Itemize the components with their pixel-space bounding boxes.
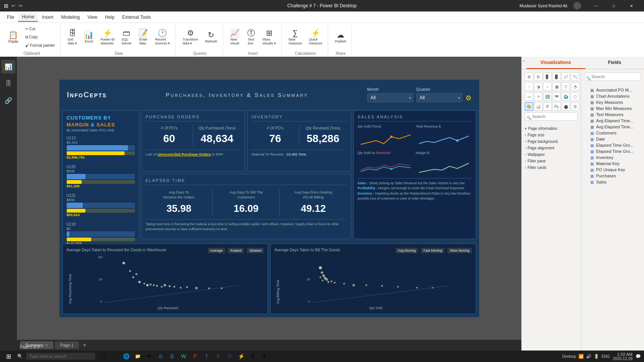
field-item-sales[interactable]: ▦ Sales bbox=[584, 179, 641, 185]
field-item-customers[interactable]: ▦ Customers bbox=[584, 130, 641, 136]
taskbar-app2-icon[interactable]: ♦ bbox=[259, 351, 269, 361]
sidebar-model-icon[interactable]: 🔗 bbox=[2, 93, 15, 107]
field-item-key-measures[interactable]: ▦ Key Measures bbox=[584, 99, 641, 105]
filter-settings-icon[interactable]: ⚙ bbox=[465, 94, 472, 102]
ribbon-copy-button[interactable]: ⧉ Copy bbox=[23, 33, 58, 41]
legend-fast-moving[interactable]: Fast Moving bbox=[421, 248, 444, 253]
viz-search-input[interactable] bbox=[525, 112, 578, 121]
legend-fastest[interactable]: Fastest bbox=[228, 248, 244, 253]
quick-measure-button[interactable]: ⚡ Quickmeasure bbox=[307, 28, 325, 47]
viz-icon-gauge[interactable]: ◔ bbox=[571, 82, 579, 91]
sidebar-data-icon[interactable]: 🗄 bbox=[2, 77, 15, 90]
sidebar-report-icon[interactable]: 📊 bbox=[2, 60, 15, 74]
legend-slowest[interactable]: Slowest bbox=[247, 248, 264, 253]
viz-icon-stacked-bar[interactable]: ▉ bbox=[552, 72, 561, 81]
excel-button[interactable]: 📊 Excel bbox=[82, 29, 96, 45]
field-item-avg-elapsed2[interactable]: ▦ Avg Elapsed Time... bbox=[584, 124, 641, 130]
field-item-max-min-measures[interactable]: ▦ Max Min Measures bbox=[584, 105, 641, 111]
viz-icon-scatter[interactable]: ⁝ bbox=[525, 82, 533, 91]
maximize-button[interactable]: □ bbox=[605, 0, 623, 11]
taskbar-powerbi-icon[interactable]: ⚡ bbox=[236, 351, 246, 361]
field-item-text-measures[interactable]: ▦ Text Measures bbox=[584, 111, 641, 118]
field-item-avg-elapsed1[interactable]: ▦ Avg Elapsed Time... bbox=[584, 118, 641, 124]
transform-data-button[interactable]: ⚙ Transformdata ▾ bbox=[180, 28, 200, 47]
ribbon-cut-button[interactable]: ✂ Cut bbox=[23, 25, 58, 33]
taskbar-teams-icon[interactable]: T bbox=[202, 351, 212, 361]
menu-insert[interactable]: Insert bbox=[38, 13, 57, 21]
viz-icon-matrix[interactable]: ⊟ bbox=[534, 72, 542, 81]
format-section-filter-cards[interactable]: › Filter cards bbox=[525, 164, 578, 171]
menu-modeling[interactable]: Modeling bbox=[57, 13, 84, 21]
taskbar-mail-icon[interactable]: ✉ bbox=[144, 351, 154, 361]
viz-icon-slicer[interactable]: 🔣 bbox=[543, 92, 552, 101]
taskbar-explorer-icon[interactable]: 📁 bbox=[133, 351, 143, 361]
text-box-button[interactable]: Ⓣ Textbox bbox=[244, 28, 258, 47]
field-item-chart-annotations[interactable]: ▦ Chart Annotations bbox=[584, 93, 641, 99]
menu-home[interactable]: Home bbox=[18, 13, 38, 22]
field-item-material-key[interactable]: ▦ Material Key bbox=[584, 161, 641, 167]
taskbar-skype-icon[interactable]: S bbox=[167, 351, 177, 361]
menu-file[interactable]: File bbox=[3, 13, 18, 21]
field-item-inventory[interactable]: ▦ Inventory bbox=[584, 154, 641, 161]
menu-help[interactable]: Help bbox=[101, 13, 118, 21]
new-visual-button[interactable]: 📈 Newvisual bbox=[228, 28, 242, 47]
viz-icon-format[interactable]: 🎨 bbox=[525, 102, 533, 111]
viz-icon-python[interactable]: Py bbox=[552, 102, 561, 111]
quick-access-undo[interactable]: ↩ bbox=[12, 3, 15, 8]
enter-data-button[interactable]: 📝 Enterdata bbox=[136, 28, 150, 47]
viz-icon-r[interactable]: R bbox=[543, 102, 552, 111]
format-section-page-info[interactable]: ▾ Page information bbox=[525, 125, 578, 132]
viz-icon-table[interactable]: ⊞ bbox=[525, 72, 533, 81]
viz-icon-line[interactable]: 📈 bbox=[562, 72, 570, 81]
format-section-page-align[interactable]: › Page alignment bbox=[525, 145, 578, 151]
refresh-button[interactable]: ↻ Refresh bbox=[203, 29, 220, 45]
field-item-date[interactable]: ▦ Date bbox=[584, 136, 641, 142]
taskbar-whatsapp-icon[interactable]: W bbox=[179, 351, 189, 361]
ribbon-paste-button[interactable]: 📋 Paste bbox=[6, 29, 21, 45]
page-tab-page1[interactable]: Page 1 bbox=[55, 341, 79, 349]
viz-icon-funnel[interactable]: ▽ bbox=[562, 82, 570, 91]
format-section-filter-pane[interactable]: › Filter pane bbox=[525, 158, 578, 164]
taskbar-task-view-icon[interactable]: ⬚ bbox=[110, 351, 120, 361]
viz-icon-shape-map[interactable]: ⬡ bbox=[571, 92, 579, 101]
close-button[interactable]: ✕ bbox=[623, 0, 640, 11]
publish-button[interactable]: ☁ Publish bbox=[333, 29, 349, 45]
taskbar-onenote-icon[interactable]: N bbox=[225, 351, 235, 361]
format-section-page-bg[interactable]: › Page background bbox=[525, 138, 578, 145]
get-data-button[interactable]: 🗄 Getdata ▾ bbox=[65, 28, 79, 47]
powerbi-datasets-button[interactable]: ⚡ Power BIdatasets bbox=[98, 28, 117, 47]
viz-icon-area[interactable]: 📉 bbox=[571, 72, 579, 81]
fields-search-input[interactable] bbox=[584, 72, 641, 81]
viz-icon-kpi[interactable]: ↗ bbox=[534, 92, 542, 101]
tab-fields[interactable]: Fields bbox=[585, 57, 644, 69]
viz-icon-card[interactable]: ▭ bbox=[525, 92, 533, 101]
menu-external-tools[interactable]: External Tools bbox=[118, 13, 155, 21]
taskbar-search-icon[interactable]: 🔍 bbox=[15, 352, 25, 361]
field-item-elapsed-time-gro2[interactable]: ▦ Elapsed Time Gro... bbox=[584, 148, 641, 154]
viz-icon-custom2[interactable]: ☰ bbox=[571, 102, 579, 111]
right-panel-collapse[interactable]: ‹ bbox=[522, 57, 526, 69]
month-filter-select[interactable]: All bbox=[367, 93, 413, 102]
add-tab-button[interactable]: + bbox=[80, 342, 89, 349]
legend-average[interactable]: Average bbox=[208, 248, 225, 253]
taskbar-search-input[interactable] bbox=[26, 353, 95, 360]
viz-icon-treemap[interactable]: ▦ bbox=[552, 82, 561, 91]
format-section-page-size[interactable]: › Page size bbox=[525, 132, 578, 138]
viz-icon-bar[interactable]: ▊ bbox=[543, 72, 552, 81]
format-section-wallpaper[interactable]: › Wallpaper bbox=[525, 151, 578, 158]
viz-icon-donut[interactable]: ○ bbox=[543, 82, 552, 91]
field-item-associated-po[interactable]: ▦ Associated PO M... bbox=[584, 87, 641, 93]
tab-summary-close[interactable]: ✕ bbox=[45, 343, 48, 347]
quick-access-redo[interactable]: ↪ bbox=[18, 3, 22, 8]
report-canvas[interactable]: InfoCepts Purchases, Inventory & Sales S… bbox=[59, 80, 479, 317]
viz-icon-analytics[interactable]: 📊 bbox=[534, 102, 542, 111]
taskbar-app1-icon[interactable]: ⊛ bbox=[248, 351, 258, 361]
taskbar-powerpoint-icon[interactable]: P bbox=[190, 351, 200, 361]
more-visuals-button[interactable]: ⊞ Morevisuals ▾ bbox=[260, 28, 278, 47]
taskbar-notification-icon[interactable]: 💬 bbox=[636, 354, 641, 359]
field-item-purchases[interactable]: ▦ Purchases bbox=[584, 173, 641, 179]
legend-slow-moving[interactable]: Slow Moving bbox=[447, 248, 472, 253]
quarter-filter-select[interactable]: All bbox=[416, 93, 462, 102]
recent-sources-button[interactable]: 🕐 Recentsources ▾ bbox=[153, 28, 172, 47]
field-item-po-unique-key[interactable]: ▦ PO Unique Key bbox=[584, 167, 641, 173]
